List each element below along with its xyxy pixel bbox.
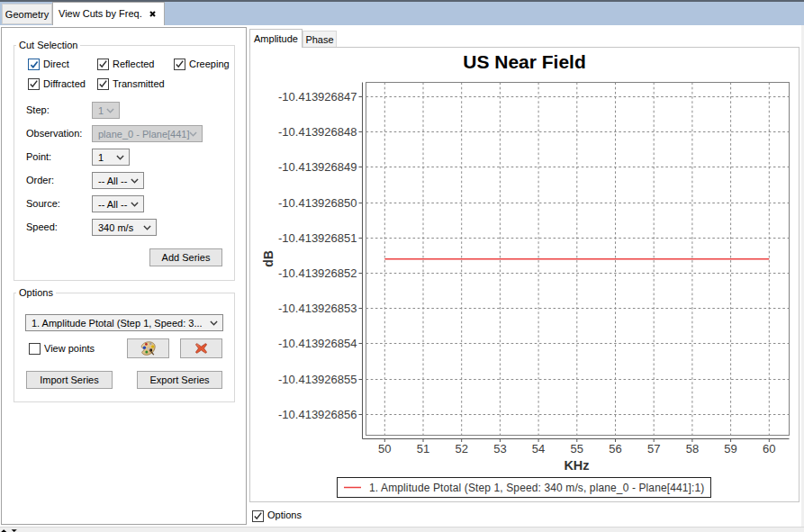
svg-text:-10.413926853: -10.413926853 [278,302,357,315]
svg-text:1. Amplitude Ptotal (Step 1, S: 1. Amplitude Ptotal (Step 1, Speed: 340 … [369,482,704,494]
svg-text:51: 51 [417,442,429,455]
svg-text:-10.413926852: -10.413926852 [278,266,357,280]
svg-text:54: 54 [532,442,545,455]
svg-text:52: 52 [455,442,467,455]
svg-text:US Near Field: US Near Field [463,51,586,72]
svg-text:56: 56 [609,442,621,455]
svg-text:dB: dB [261,250,276,267]
svg-text:-10.413926850: -10.413926850 [278,196,357,210]
svg-text:59: 59 [724,442,736,455]
svg-text:-10.413926855: -10.413926855 [278,373,357,386]
svg-text:-10.413926848: -10.413926848 [278,125,357,139]
svg-text:-10.413926854: -10.413926854 [278,337,357,350]
svg-text:55: 55 [571,442,583,455]
svg-text:57: 57 [647,442,660,455]
svg-text:58: 58 [686,442,699,455]
svg-text:60: 60 [763,442,775,455]
svg-text:53: 53 [493,442,506,455]
svg-text:KHz: KHz [564,458,589,473]
svg-text:50: 50 [378,442,391,455]
svg-text:-10.413926849: -10.413926849 [278,160,357,174]
svg-text:-10.413926856: -10.413926856 [278,408,357,421]
svg-text:-10.413926847: -10.413926847 [278,90,357,104]
svg-text:-10.413926851: -10.413926851 [278,231,357,245]
